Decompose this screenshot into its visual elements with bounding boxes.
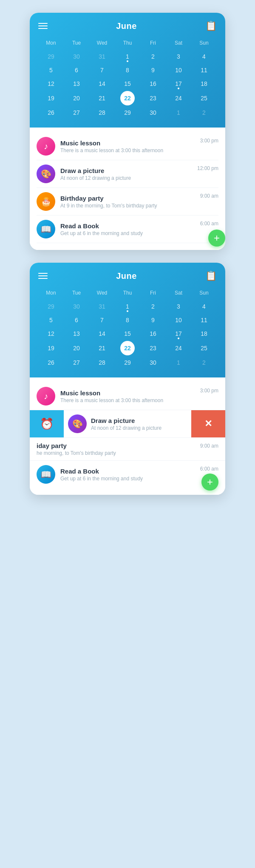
cal-day[interactable]: 21 [99,342,105,355]
cal-day[interactable]: 29 [48,50,54,63]
cal-day[interactable]: 29 [124,356,131,369]
cal-day[interactable]: 16 [150,77,156,90]
day-header-wed: Wed [89,38,115,49]
cal-day[interactable]: 17 [175,77,182,90]
cal-day[interactable]: 2 [202,356,206,369]
cal-day[interactable]: 18 [201,327,207,340]
cal-icon-1[interactable]: 📋 [205,20,217,31]
cal-day[interactable]: 9 [151,64,155,77]
cal-day[interactable]: 6 [75,64,78,77]
cal-day[interactable]: 30 [150,106,156,119]
cal-day[interactable]: 2 [151,50,155,63]
cal-day[interactable]: 7 [100,314,104,326]
cal-day[interactable]: 17 [175,327,182,340]
cal-day[interactable]: 19 [48,342,54,355]
cal-day[interactable]: 15 [124,77,131,90]
event-music[interactable]: ♪ Music lesson There is a music lesson a… [37,133,218,160]
event-birthday[interactable]: 🎂 Birthday party At 9 in the morning, to… [37,188,218,216]
event-draw-swipe[interactable]: ⏰ 🎨 Draw a picture At noon of 12 drawing… [30,410,225,438]
cal-day[interactable]: 26 [48,106,54,119]
cal-day[interactable]: 1 [177,356,180,369]
cal-day[interactable]: 9 [151,314,155,326]
cal-day[interactable]: 6 [75,314,78,326]
cal-day[interactable]: 5 [49,314,53,326]
cal-day-selected[interactable]: 22 [120,91,135,105]
cal-day[interactable]: 12 [48,77,54,90]
cal-day-selected-2[interactable]: 22 [120,341,135,355]
cal-day[interactable]: 1 [126,50,129,63]
draw-event-inner: 🎨 Draw a picture At noon of 12 drawing a… [64,410,191,437]
cal-day[interactable]: 13 [73,77,80,90]
cal-day[interactable]: 14 [99,77,105,90]
cal-day[interactable]: 10 [175,314,182,326]
cal-day[interactable]: 8 [126,314,129,326]
event-draw[interactable]: 🎨 Draw a picture At noon of 12 drawing a… [37,160,218,188]
cal-day[interactable]: 27 [73,106,80,119]
cal-day[interactable]: 24 [175,342,182,355]
add-event-button-2[interactable]: + [201,474,218,491]
cal-day[interactable]: 4 [202,50,206,63]
cal-day[interactable]: 14 [99,327,105,340]
cal-day[interactable]: 10 [175,64,182,77]
cal-day[interactable]: 31 [99,50,105,63]
cal-day[interactable]: 1 [177,106,180,119]
cal-day[interactable]: 18 [201,77,207,90]
menu-button-2[interactable] [38,273,48,279]
cal-day[interactable]: 23 [150,92,156,105]
event-content-book: Read a Book Get up at 6 in the morning a… [60,222,200,236]
cal-day[interactable]: 5 [49,64,53,77]
cal-day[interactable]: 2 [151,300,155,313]
cal-day[interactable]: 19 [48,92,54,105]
event-content-birthday: Birthday party At 9 in the morning, to T… [60,195,200,209]
cal-day[interactable]: 30 [73,300,80,313]
cal-day[interactable]: 28 [99,106,105,119]
cal-day[interactable]: 30 [150,356,156,369]
cal-day[interactable]: 1 [126,300,129,313]
cal-day[interactable]: 13 [73,327,80,340]
event-content-music2: Music lesson There is a music lesson at … [60,389,200,403]
cal-day[interactable]: 21 [99,92,105,105]
cal-day[interactable]: 23 [150,342,156,355]
day-header-sat2: Sat [166,288,191,299]
event-content-birthday2: iday party he morning, to Tom's birthday… [37,442,200,456]
cal-day[interactable]: 3 [177,50,180,63]
cal-day[interactable]: 25 [201,92,207,105]
menu-button-1[interactable] [38,23,48,29]
event-title-music: Music lesson [60,139,200,147]
event-birthday-2[interactable]: iday party he morning, to Tom's birthday… [30,438,225,461]
event-book-2[interactable]: 📖 Read a Book Get up at 6 in the morning… [30,461,225,488]
cal-day[interactable]: 25 [201,342,207,355]
cal-day[interactable]: 11 [201,314,207,326]
event-desc-book2: Get up at 6 in the morning and study [60,476,200,482]
cal-day[interactable]: 15 [124,327,131,340]
cal-day[interactable]: 24 [175,92,182,105]
cal-icon-2[interactable]: 📋 [205,270,217,281]
cal-day[interactable]: 20 [73,342,80,355]
cal-day[interactable]: 4 [202,300,206,313]
cal-day[interactable]: 12 [48,327,54,340]
day-header-tue: Tue [64,38,89,49]
cal-day[interactable]: 26 [48,356,54,369]
cal-day[interactable]: 16 [150,327,156,340]
cal-day[interactable]: 28 [99,356,105,369]
cal-day[interactable]: 31 [99,300,105,313]
event-desc-draw2: At noon of 12 drawing a picture [91,425,187,431]
event-music-2[interactable]: ♪ Music lesson There is a music lesson a… [30,383,225,410]
cal-day[interactable]: 29 [124,106,131,119]
cal-day[interactable]: 8 [126,64,129,77]
cal-top-2: June 📋 [38,270,217,281]
event-time-music2: 3:00 pm [200,387,218,394]
cal-day[interactable]: 30 [73,50,80,63]
cal-day[interactable]: 3 [177,300,180,313]
event-time-book2: 6:00 am [200,465,218,472]
cal-day[interactable]: 2 [202,106,206,119]
event-book[interactable]: 📖 Read a Book Get up at 6 in the morning… [37,216,218,243]
cal-day[interactable]: 11 [201,64,207,77]
add-event-button-1[interactable]: + [208,230,225,247]
swipe-left-action[interactable]: ⏰ [30,410,64,437]
cal-day[interactable]: 20 [73,92,80,105]
swipe-right-action[interactable]: ✕ [191,410,225,437]
cal-day[interactable]: 29 [48,300,54,313]
cal-day[interactable]: 27 [73,356,80,369]
cal-day[interactable]: 7 [100,64,104,77]
